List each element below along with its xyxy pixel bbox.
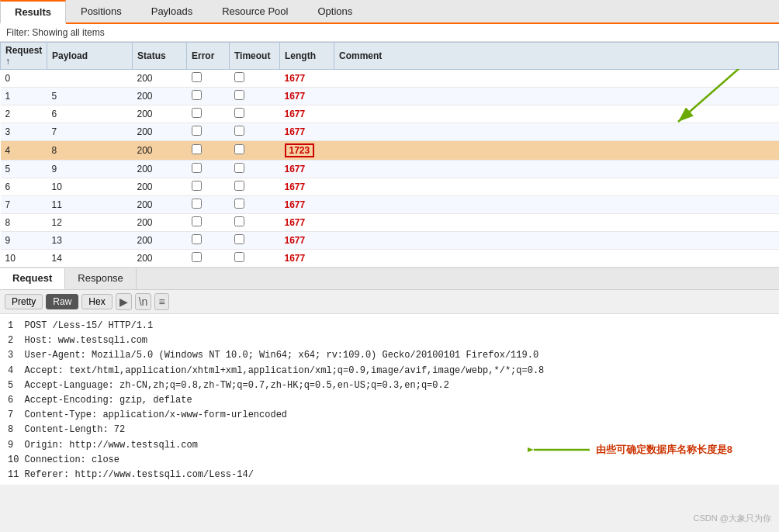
col-header-comment[interactable]: Comment	[334, 43, 779, 70]
cell-status: 200	[133, 196, 187, 214]
cell-timeout	[230, 105, 280, 123]
tab-results[interactable]: Results	[0, 0, 66, 24]
cell-error	[187, 178, 230, 196]
length-value: 1677	[285, 91, 306, 102]
cell-error	[187, 123, 230, 141]
cell-status: 200	[133, 232, 187, 250]
col-header-timeout[interactable]: Timeout	[230, 43, 280, 70]
pretty-button[interactable]: Pretty	[5, 294, 43, 309]
cell-timeout	[230, 250, 280, 268]
table-row[interactable]: 2 6 200 1677	[1, 105, 779, 123]
cell-payload	[47, 70, 133, 88]
cell-request: 7	[1, 196, 47, 214]
length-value: 1677	[285, 253, 306, 264]
cell-status: 200	[133, 214, 187, 232]
hex-button[interactable]: Hex	[81, 294, 112, 309]
tab-payloads[interactable]: Payloads	[137, 0, 207, 22]
cell-comment	[334, 250, 779, 268]
request-line: 5 Accept-Language: zh-CN,zh;q=0.8,zh-TW;…	[8, 378, 771, 393]
cell-status: 200	[133, 105, 187, 123]
cell-payload: 10	[47, 178, 133, 196]
cell-length: 1677	[280, 250, 334, 268]
cell-timeout	[230, 232, 280, 250]
table-row[interactable]: 6 10 200 1677	[1, 178, 779, 196]
request-line: 11 Referer: http://www.testsqli.com/Less…	[8, 468, 771, 482]
annotation-2-container: 由些可确定数据库名称长度是8	[528, 438, 732, 461]
length-value: 1677	[285, 199, 306, 210]
cell-error	[187, 196, 230, 214]
col-header-status[interactable]: Status	[133, 43, 187, 70]
cell-request: 2	[1, 105, 47, 123]
tab-positions[interactable]: Positions	[66, 0, 137, 22]
length-value: 1677	[285, 235, 306, 246]
cell-length: 1677	[280, 161, 334, 178]
cell-length: 1677	[280, 105, 334, 123]
cell-status: 200	[133, 178, 187, 196]
filter-bar: Filter: Showing all items	[0, 24, 779, 42]
cell-request: 0	[1, 70, 47, 88]
table-row[interactable]: 10 14 200 1677	[1, 250, 779, 268]
tab-options[interactable]: Options	[303, 0, 367, 22]
request-line: 8 Content-Length: 72	[8, 423, 771, 437]
cell-status: 200	[133, 123, 187, 141]
cell-error	[187, 105, 230, 123]
tab-resource-pool[interactable]: Resource Pool	[207, 0, 303, 22]
request-line: 1 POST /Less-15/ HTTP/1.1	[8, 319, 771, 333]
cell-status: 200	[133, 161, 187, 178]
cell-length: 1677	[280, 178, 334, 196]
col-header-error[interactable]: Error	[187, 43, 230, 70]
cell-error	[187, 232, 230, 250]
cell-payload: 13	[47, 232, 133, 250]
table-row[interactable]: 9 13 200 1677	[1, 232, 779, 250]
request-line: 2 Host: www.testsqli.com	[8, 333, 771, 348]
cell-payload: 6	[47, 105, 133, 123]
tab-response[interactable]: Response	[65, 268, 137, 289]
cell-request: 8	[1, 214, 47, 232]
cell-request: 4	[1, 141, 47, 161]
cell-error	[187, 214, 230, 232]
cell-comment	[334, 232, 779, 250]
table-row[interactable]: 5 9 200 1677	[1, 161, 779, 178]
col-header-payload[interactable]: Payload	[47, 43, 133, 70]
request-line: 6 Accept-Encoding: gzip, deflate	[8, 393, 771, 408]
results-table-area: Request ↑ Payload Status Error Timeout L…	[0, 42, 779, 267]
length-value: 1677	[285, 126, 306, 137]
cell-payload: 11	[47, 196, 133, 214]
cell-request: 5	[1, 161, 47, 178]
cell-request: 1	[1, 88, 47, 105]
cell-payload: 9	[47, 161, 133, 178]
col-header-request[interactable]: Request ↑	[1, 43, 47, 70]
table-row[interactable]: 8 12 200 1677	[1, 214, 779, 232]
cell-payload: 8	[47, 141, 133, 161]
cell-status: 200	[133, 250, 187, 268]
table-row[interactable]: 4 8 200 1723	[1, 141, 779, 161]
cell-timeout	[230, 123, 280, 141]
request-line: 4 Accept: text/html,application/xhtml+xm…	[8, 364, 771, 378]
newline-icon[interactable]: \n	[135, 293, 152, 310]
length-value: 1677	[285, 109, 306, 119]
cell-error	[187, 88, 230, 105]
wrap-icon[interactable]: ≡	[154, 293, 168, 310]
cell-timeout	[230, 88, 280, 105]
cell-comment	[334, 161, 779, 178]
length-value: 1677	[285, 73, 306, 84]
cell-comment	[334, 70, 779, 88]
cell-status: 200	[133, 70, 187, 88]
cell-payload: 7	[47, 123, 133, 141]
col-header-length[interactable]: Length	[280, 43, 334, 70]
table-row[interactable]: 0 200 1677	[1, 70, 779, 88]
cell-length: 1677	[280, 123, 334, 141]
cell-length: 1677	[280, 232, 334, 250]
tab-request[interactable]: Request	[0, 268, 65, 289]
cell-timeout	[230, 196, 280, 214]
render-icon[interactable]: ▶	[116, 293, 132, 310]
cell-timeout	[230, 178, 280, 196]
request-toolbar: Pretty Raw Hex ▶ \n ≡	[0, 290, 779, 314]
table-row[interactable]: 7 11 200 1677	[1, 196, 779, 214]
cell-payload: 12	[47, 214, 133, 232]
table-row[interactable]: 3 7 200 1677	[1, 123, 779, 141]
length-value: 1677	[285, 217, 306, 228]
cell-comment	[334, 141, 779, 161]
table-row[interactable]: 1 5 200 1677	[1, 88, 779, 105]
raw-button[interactable]: Raw	[46, 294, 78, 309]
